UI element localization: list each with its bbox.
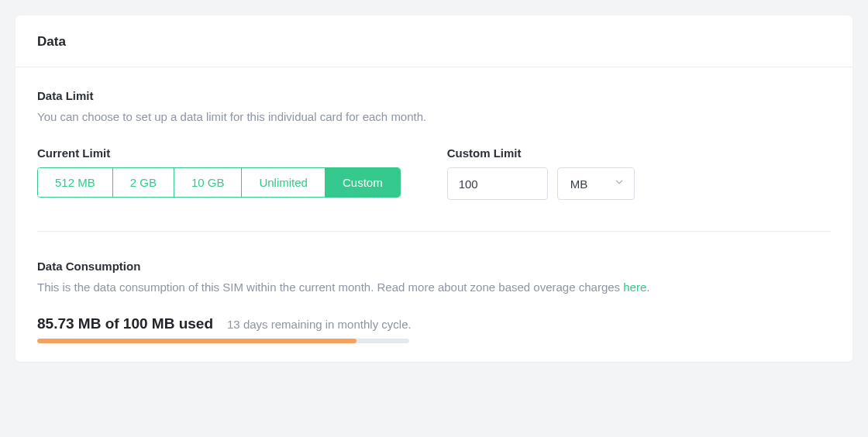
usage-remaining: 13 days remaining in monthly cycle. xyxy=(227,318,412,331)
overage-link[interactable]: here xyxy=(623,280,646,294)
usage-row: 85.73 MB of 100 MB used 13 days remainin… xyxy=(37,315,831,332)
consumption-desc-prefix: This is the data consumption of this SIM… xyxy=(37,280,623,294)
current-limit-column: Current Limit 512 MB 2 GB 10 GB Unlimite… xyxy=(37,146,401,198)
limit-option-unlimited[interactable]: Unlimited xyxy=(242,168,326,197)
usage-progress-fill xyxy=(37,339,356,343)
unit-select[interactable]: MB xyxy=(557,167,635,200)
data-limit-description: You can choose to set up a data limit fo… xyxy=(37,108,831,125)
limit-option-512mb[interactable]: 512 MB xyxy=(38,168,113,197)
limit-option-2gb[interactable]: 2 GB xyxy=(113,168,174,197)
consumption-desc-suffix: . xyxy=(646,280,649,294)
data-limit-heading: Data Limit xyxy=(37,89,831,102)
custom-limit-row: MB xyxy=(447,167,635,200)
usage-amount: 85.73 MB of 100 MB used xyxy=(37,315,213,332)
limit-option-custom[interactable]: Custom xyxy=(326,168,400,197)
chevron-down-icon xyxy=(614,177,625,191)
data-card: Data Data Limit You can choose to set up… xyxy=(16,15,852,362)
card-header: Data xyxy=(16,15,852,67)
limit-option-10gb[interactable]: 10 GB xyxy=(174,168,243,197)
limits-row: Current Limit 512 MB 2 GB 10 GB Unlimite… xyxy=(37,146,831,200)
custom-limit-label: Custom Limit xyxy=(447,146,635,160)
card-body: Data Limit You can choose to set up a da… xyxy=(16,67,852,362)
data-consumption-description: This is the data consumption of this SIM… xyxy=(37,279,831,295)
custom-limit-input[interactable] xyxy=(447,167,548,200)
unit-select-label: MB xyxy=(570,177,588,191)
card-title: Data xyxy=(37,34,831,50)
limit-segmented-control: 512 MB 2 GB 10 GB Unlimited Custom xyxy=(37,167,401,198)
current-limit-label: Current Limit xyxy=(37,146,401,160)
section-divider xyxy=(37,231,831,232)
usage-progress-track xyxy=(37,339,409,343)
custom-limit-column: Custom Limit MB xyxy=(447,146,635,200)
data-consumption-heading: Data Consumption xyxy=(37,260,831,273)
